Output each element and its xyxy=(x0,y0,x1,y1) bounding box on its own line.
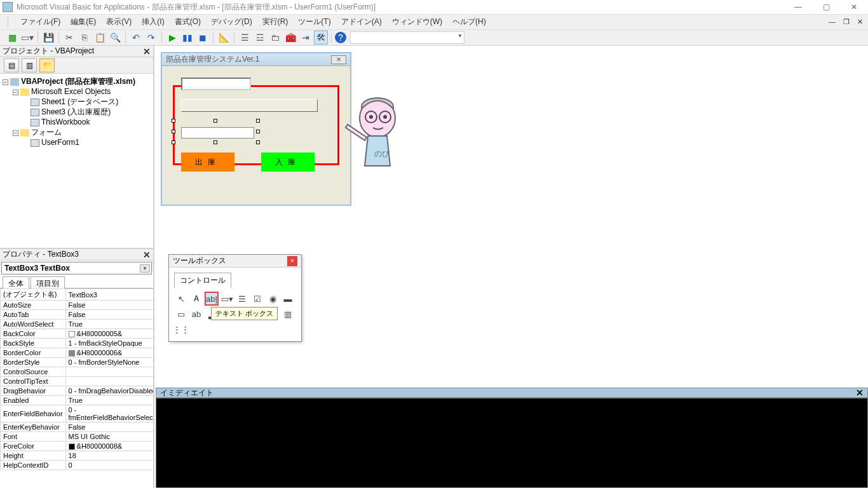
toggle-folders-icon[interactable]: 📁 xyxy=(39,58,55,72)
selection-handles[interactable] xyxy=(173,121,258,142)
tree-forms[interactable]: フォーム xyxy=(31,128,62,137)
position-dropdown[interactable] xyxy=(350,31,465,44)
tree-userform1[interactable]: UserForm1 xyxy=(41,138,79,147)
reset-icon[interactable]: ◼ xyxy=(196,30,210,44)
prop-value[interactable]: 18 xyxy=(65,451,153,461)
prop-key[interactable]: HelpContextID xyxy=(1,461,66,470)
tool-textbox-icon[interactable]: ab| xyxy=(205,292,219,306)
prop-value[interactable]: &H80000008& xyxy=(65,442,153,451)
menu-insert[interactable]: 挿入(I) xyxy=(137,15,169,29)
prop-value[interactable]: 0 xyxy=(65,461,153,470)
minimize-button[interactable]: — xyxy=(784,0,812,14)
insert-module-icon[interactable]: ▭▾ xyxy=(20,30,34,44)
project-tree[interactable]: −VBAProject (部品在庫管理.xlsm) −Microsoft Exc… xyxy=(0,74,153,249)
prop-key[interactable]: EnterFieldBehavior xyxy=(1,405,66,423)
tool-extra-icon[interactable]: ⋮⋮ xyxy=(174,322,188,336)
menu-file[interactable]: ファイル(F) xyxy=(15,15,65,29)
tool-combobox-icon[interactable]: ▭▾ xyxy=(220,292,234,306)
userform-container[interactable]: 部品在庫管理システムVer.1 ✕ 出庫 入庫 xyxy=(161,52,351,206)
prop-key[interactable]: BorderStyle xyxy=(1,358,66,367)
prop-key[interactable]: ForeColor xyxy=(1,442,66,451)
cut-icon[interactable]: ✂ xyxy=(62,30,76,44)
properties-grid[interactable]: (オブジェクト名)TextBox3AutoSizeFalseAutoTabFal… xyxy=(0,288,153,488)
tool-refedit-icon[interactable]: ▥ xyxy=(281,307,295,321)
tree-excel-objects[interactable]: Microsoft Excel Objects xyxy=(31,87,111,96)
view-object-icon[interactable]: ▥ xyxy=(22,58,37,72)
button-nyuko[interactable]: 入庫 xyxy=(261,152,315,172)
design-mode-icon[interactable]: 📐 xyxy=(217,30,231,44)
prop-value[interactable]: True xyxy=(65,396,153,405)
menu-addins[interactable]: アドイン(A) xyxy=(336,15,387,29)
prop-value[interactable]: 0 - fmDragBehaviorDisabled xyxy=(65,386,153,396)
menu-window[interactable]: ウィンドウ(W) xyxy=(387,15,447,29)
run-icon[interactable]: ▶ xyxy=(165,30,179,44)
button-shukko[interactable]: 出庫 xyxy=(181,152,234,172)
help-icon[interactable]: ? xyxy=(335,32,346,43)
tools-icon[interactable]: 🛠 xyxy=(314,30,328,44)
tool-label-icon[interactable]: A xyxy=(189,292,203,306)
prop-value[interactable]: TextBox3 xyxy=(65,289,153,301)
toolbox-window[interactable]: ツールボックス × コントロール ↖ A ab| ▭▾ ☰ ☑ ◉ ▬ ▭ ab… xyxy=(168,254,302,342)
properties-window-icon[interactable]: ☲ xyxy=(253,30,267,44)
prop-value[interactable] xyxy=(65,367,153,377)
prop-tab-categorized[interactable]: 項目別 xyxy=(31,276,65,288)
prop-key[interactable]: ControlTipText xyxy=(1,377,66,386)
toolbox-icon[interactable]: 🧰 xyxy=(283,30,297,44)
undo-icon[interactable]: ↶ xyxy=(129,30,143,44)
tool-frame-icon[interactable]: ▭ xyxy=(174,307,188,321)
textbox1[interactable] xyxy=(181,78,251,90)
menu-format[interactable]: 書式(O) xyxy=(170,15,206,29)
excel-icon[interactable]: ▦ xyxy=(5,30,19,44)
close-button[interactable]: ✕ xyxy=(840,0,868,14)
menu-debug[interactable]: デバッグ(D) xyxy=(206,15,257,29)
tab-order-icon[interactable]: ⇥ xyxy=(299,30,313,44)
menu-tools[interactable]: ツール(T) xyxy=(293,15,336,29)
menu-view[interactable]: 表示(V) xyxy=(101,15,137,29)
immediate-window-body[interactable] xyxy=(156,398,868,488)
prop-value[interactable]: 0 - fmEnterFieldBehaviorSelectAll xyxy=(65,405,153,423)
menu-run[interactable]: 実行(R) xyxy=(257,15,294,29)
paste-icon[interactable]: 📋 xyxy=(93,30,107,44)
prop-key[interactable]: Font xyxy=(1,432,66,442)
tool-commandbutton-icon[interactable]: ab xyxy=(189,307,203,321)
prop-value[interactable]: 1 - fmBackStyleOpaque xyxy=(65,339,153,348)
prop-key[interactable]: AutoTab xyxy=(1,310,66,320)
tool-listbox-icon[interactable]: ☰ xyxy=(235,292,249,306)
toolbox-tab-controls[interactable]: コントロール xyxy=(174,273,231,288)
tree-sheet3[interactable]: Sheet3 (入出庫履歴) xyxy=(41,107,111,116)
prop-value[interactable]: &H80000005& xyxy=(65,329,153,339)
mdi-close-icon[interactable]: ✕ xyxy=(855,18,865,26)
prop-value[interactable]: True xyxy=(65,320,153,329)
find-icon[interactable]: 🔍 xyxy=(108,30,122,44)
prop-value[interactable]: False xyxy=(65,301,153,310)
tool-checkbox-icon[interactable]: ☑ xyxy=(250,292,264,306)
menu-help[interactable]: ヘルプ(H) xyxy=(447,15,491,29)
prop-value[interactable]: MS UI Gothic xyxy=(65,432,153,442)
break-icon[interactable]: ▮▮ xyxy=(180,30,194,44)
prop-key[interactable]: BackStyle xyxy=(1,339,66,348)
prop-key[interactable]: EnterKeyBehavior xyxy=(1,423,66,432)
prop-key[interactable]: BorderColor xyxy=(1,348,66,358)
immediate-close-icon[interactable]: ✕ xyxy=(856,388,864,398)
userform-close-icon[interactable]: ✕ xyxy=(331,55,346,64)
toolbox-close-icon[interactable]: × xyxy=(287,256,297,266)
prop-key[interactable]: BackColor xyxy=(1,329,66,339)
prop-key[interactable]: AutoSize xyxy=(1,301,66,310)
save-icon[interactable]: 💾 xyxy=(41,30,55,44)
tree-sheet1[interactable]: Sheet1 (データベース) xyxy=(41,97,118,106)
prop-value[interactable]: False xyxy=(65,423,153,432)
project-panel-close-icon[interactable]: ✕ xyxy=(143,46,151,57)
prop-key[interactable]: AutoWordSelect xyxy=(1,320,66,329)
prop-value[interactable]: &H80000006& xyxy=(65,348,153,358)
prop-key[interactable]: Height xyxy=(1,451,66,461)
textbox2[interactable] xyxy=(181,99,318,112)
tool-togglebutton-icon[interactable]: ▬ xyxy=(281,292,295,306)
mdi-minimize-icon[interactable]: — xyxy=(826,18,838,26)
prop-key[interactable]: DragBehavior xyxy=(1,386,66,396)
properties-panel-close-icon[interactable]: ✕ xyxy=(143,250,151,260)
prop-key[interactable]: ControlSource xyxy=(1,367,66,377)
properties-object-combo[interactable]: TextBox3 TextBox xyxy=(1,262,152,274)
prop-key[interactable]: Enabled xyxy=(1,396,66,405)
tool-optionbutton-icon[interactable]: ◉ xyxy=(266,292,280,306)
redo-icon[interactable]: ↷ xyxy=(144,30,158,44)
